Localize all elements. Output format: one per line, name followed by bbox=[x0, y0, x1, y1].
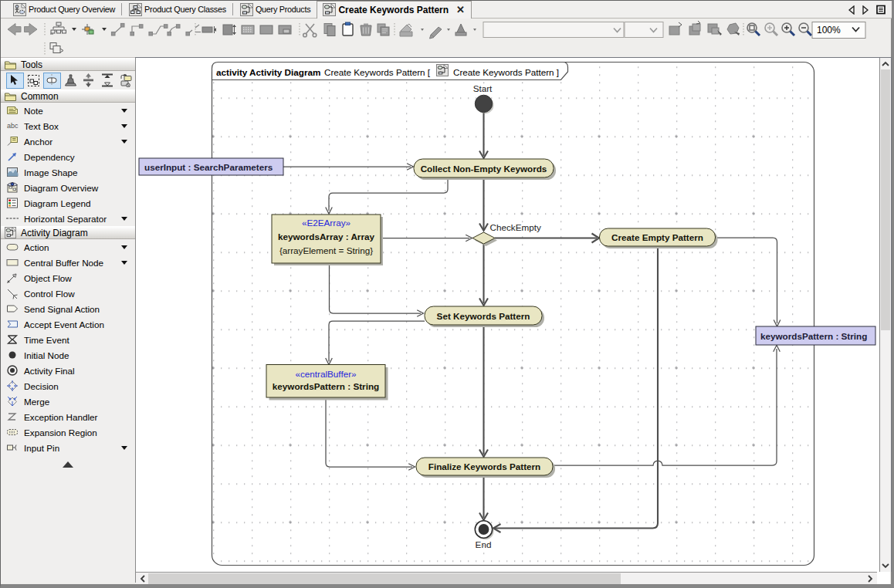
svg-text:activity Activity Diagram: activity Activity Diagram bbox=[216, 67, 320, 77]
svg-text:CheckEmpty: CheckEmpty bbox=[490, 222, 541, 232]
svg-text:«E2EArray»: «E2EArray» bbox=[302, 218, 351, 228]
svg-text:Create Keywords Pattern ]: Create Keywords Pattern ] bbox=[453, 67, 559, 77]
svg-text:«centralBuffer»: «centralBuffer» bbox=[295, 369, 357, 379]
svg-text:Start: Start bbox=[473, 83, 493, 93]
svg-text:keywordsArray : Array: keywordsArray : Array bbox=[278, 231, 374, 242]
svg-text:keywordsPattern : String: keywordsPattern : String bbox=[273, 381, 379, 391]
svg-text:100%: 100% bbox=[817, 25, 841, 35]
svg-text:Set Keywords Pattern: Set Keywords Pattern bbox=[437, 311, 530, 321]
svg-text:userInput : SearchParameters: userInput : SearchParameters bbox=[144, 162, 273, 172]
svg-text:Collect Non-Empty Keywords: Collect Non-Empty Keywords bbox=[421, 164, 547, 174]
svg-text:abc: abc bbox=[7, 122, 19, 130]
svg-text:keywordsPattern : String: keywordsPattern : String bbox=[760, 331, 867, 341]
svg-text:Create Empty Pattern: Create Empty Pattern bbox=[611, 232, 703, 242]
svg-text:Create Keywords Pattern [: Create Keywords Pattern [ bbox=[324, 67, 431, 77]
svg-text:End: End bbox=[476, 539, 492, 549]
svg-text:{arrayElement = String}: {arrayElement = String} bbox=[279, 245, 373, 255]
svg-text:Finalize Keywords Pattern: Finalize Keywords Pattern bbox=[428, 461, 540, 471]
